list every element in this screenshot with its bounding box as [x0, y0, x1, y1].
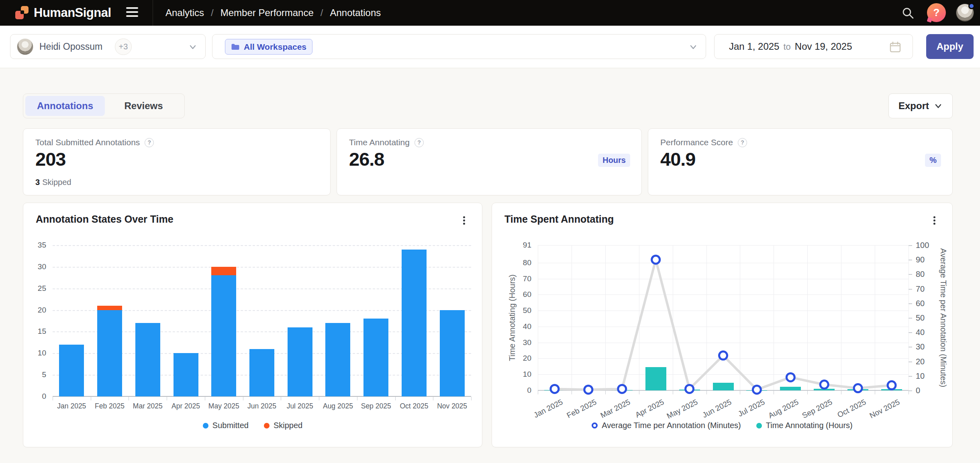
- axis-tick: [909, 361, 912, 362]
- data-point-marker: [652, 256, 660, 264]
- legend-item-submitted[interactable]: Submitted: [203, 421, 249, 430]
- left-axis-tick: 70: [523, 274, 531, 283]
- bar-submitted: [135, 323, 160, 396]
- date-range-text: Jan 1, 2025toNov 19, 2025: [729, 35, 852, 59]
- axis-tick: [909, 303, 912, 304]
- data-point-marker: [854, 384, 862, 392]
- breadcrumb-separator: /: [321, 7, 323, 18]
- x-axis-label: Jun 2025: [243, 402, 281, 410]
- legend-dot: [264, 423, 270, 428]
- bar-submitted: [440, 310, 465, 396]
- kebab-menu-icon[interactable]: [930, 214, 939, 229]
- axis-tick: [909, 390, 912, 391]
- left-axis-tick: 60: [523, 290, 531, 299]
- x-axis-label: Jan 2025: [53, 402, 91, 410]
- stat-value: 203: [35, 148, 65, 170]
- right-axis-title: Average Time per Annotation (Minutes): [939, 248, 948, 387]
- breadcrumb-member-performance[interactable]: Member Performance: [220, 7, 314, 18]
- data-point-marker: [686, 385, 694, 393]
- member-select[interactable]: Heidi Opossum +3: [10, 34, 206, 59]
- stat-card-total-submitted: Total Submitted Annotations ? 203 3Skipp…: [23, 128, 331, 195]
- calendar-icon: [889, 41, 901, 53]
- breadcrumb: Analytics / Member Performance / Annotat…: [165, 0, 381, 26]
- x-axis-label: Oct 2025: [395, 402, 433, 410]
- tab-annotations[interactable]: Annotations: [25, 96, 105, 116]
- axis-tick: [909, 332, 912, 333]
- axis-tick: [909, 376, 912, 377]
- left-axis-tick: 0: [527, 386, 531, 395]
- unit-badge: %: [925, 154, 941, 167]
- axis-tick: [639, 391, 639, 394]
- chart-title: Annotation States Over Time: [36, 213, 174, 225]
- stat-card-performance-score: Performance Score ? 40.9 %: [648, 128, 953, 195]
- right-axis-tick: 100: [916, 241, 929, 250]
- right-axis-tick: 50: [916, 313, 925, 322]
- x-axis-label: Sep 2025: [357, 402, 395, 410]
- help-icon[interactable]: ?: [414, 138, 424, 147]
- date-range-picker[interactable]: Jan 1, 2025toNov 19, 2025: [714, 34, 913, 59]
- right-axis-tick: 10: [916, 372, 925, 380]
- tab-group: Annotations Reviews: [23, 93, 185, 118]
- axis-tick: [91, 397, 91, 400]
- data-point-marker: [888, 381, 896, 389]
- export-button[interactable]: Export: [888, 93, 953, 118]
- data-point-marker: [820, 381, 828, 389]
- legend-item-skipped[interactable]: Skipped: [264, 421, 302, 430]
- axis-tick: [129, 397, 129, 400]
- user-avatar[interactable]: [956, 4, 974, 22]
- kebab-menu-icon[interactable]: [459, 214, 468, 229]
- axis-tick: [909, 347, 912, 347]
- x-axis-label: Jul 2025: [281, 402, 319, 410]
- axis-tick: [433, 397, 433, 400]
- axis-tick: [706, 391, 707, 394]
- legend-item-average-time[interactable]: Average Time per Annotation (Minutes): [592, 421, 741, 430]
- axis-tick: [875, 391, 875, 394]
- workspace-chip-label: All Workspaces: [244, 42, 306, 52]
- y-axis-tick: 15: [38, 327, 46, 336]
- help-icon[interactable]: ?: [927, 3, 946, 22]
- member-name: Heidi Opossum: [39, 35, 102, 59]
- right-axis-tick: 60: [916, 299, 925, 308]
- breadcrumb-analytics[interactable]: Analytics: [165, 7, 204, 18]
- axis-tick: [909, 289, 912, 290]
- right-axis-tick: 90: [916, 255, 925, 264]
- x-axis-label: May 2025: [205, 402, 243, 410]
- y-axis-tick: 10: [38, 349, 46, 357]
- tab-reviews[interactable]: Reviews: [105, 96, 182, 116]
- y-axis-tick: 30: [38, 262, 46, 271]
- bar-skipped: [97, 306, 122, 310]
- legend-dot: [203, 423, 208, 428]
- chart-legend: SubmittedSkipped: [23, 421, 482, 430]
- right-axis-tick: 20: [916, 357, 925, 366]
- right-axis-tick: 30: [916, 342, 925, 351]
- axis-tick: [841, 391, 841, 394]
- data-point-marker: [584, 386, 592, 394]
- status-dot: [968, 3, 975, 9]
- axis-tick: [807, 391, 808, 394]
- right-axis-tick: 80: [916, 270, 925, 278]
- axis-tick: [357, 397, 357, 400]
- left-axis-tick: 50: [523, 306, 531, 315]
- breadcrumb-annotations[interactable]: Annotations: [330, 7, 381, 18]
- member-avatar: [17, 39, 33, 55]
- help-icon[interactable]: ?: [738, 138, 747, 147]
- breadcrumb-separator: /: [211, 7, 214, 18]
- axis-tick: [740, 391, 740, 394]
- apply-button[interactable]: Apply: [926, 34, 974, 59]
- workspace-select[interactable]: All Workspaces: [212, 34, 706, 59]
- export-label: Export: [898, 100, 929, 112]
- y-axis-tick: 35: [38, 241, 46, 250]
- chevron-down-icon: [689, 43, 698, 51]
- stat-value: 26.8: [349, 148, 384, 170]
- chart-legend: Average Time per Annotation (Minutes)Tim…: [492, 421, 952, 430]
- help-icon[interactable]: ?: [145, 138, 154, 147]
- search-icon[interactable]: [901, 6, 915, 20]
- axis-tick: [673, 391, 673, 394]
- x-axis-label: Nov 2025: [433, 402, 471, 410]
- axis-tick: [774, 391, 774, 394]
- hamburger-menu-icon[interactable]: [126, 7, 140, 18]
- date-end: Nov 19, 2025: [795, 41, 852, 52]
- stat-title: Time Annotating: [349, 138, 410, 147]
- legend-item-time-annotating[interactable]: Time Annotating (Hours): [756, 421, 853, 430]
- workspace-chip[interactable]: All Workspaces: [225, 39, 312, 55]
